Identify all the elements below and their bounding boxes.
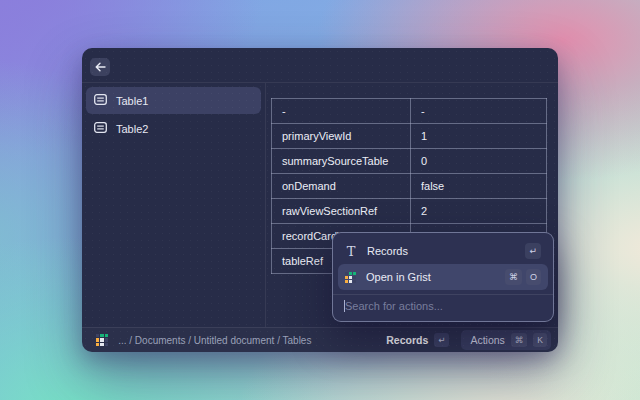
k-key-badge: K [533,333,547,347]
table-row[interactable]: primaryViewId1 [272,124,547,149]
records-label: Records [386,334,428,346]
enter-key-icon: ↵ [434,333,449,347]
table-icon [94,94,107,107]
palette-item-records[interactable]: T Records ↵ [338,238,548,264]
field-value-cell: - [411,99,547,124]
back-arrow-icon [95,58,106,76]
text-icon: T [345,244,357,259]
palette-item-open-in-grist[interactable]: Open in Grist ⌘ O [338,264,548,290]
status-bar: ... / Documents / Untitled document / Ta… [82,327,558,352]
actions-label: Actions [470,334,504,346]
table-row[interactable]: summarySourceTable0 [272,149,547,174]
records-shortcut-button[interactable]: Records ↵ [386,333,449,347]
grist-logo-icon [345,272,356,283]
sidebar-item-table2[interactable]: Table2 [86,115,261,142]
field-value-cell: 0 [411,149,547,174]
enter-key-icon: ↵ [525,243,541,259]
table-row[interactable]: rawViewSectionRef2 [272,199,547,224]
field-name-cell: summarySourceTable [272,149,411,174]
field-value-cell: 2 [411,199,547,224]
command-key-icon: ⌘ [505,269,522,285]
text-caret [344,300,345,312]
field-name-cell: - [272,99,411,124]
search-input[interactable] [345,300,541,312]
shortcut-keys: ↵ [525,243,541,259]
actions-shortcut-button[interactable]: Actions ⌘ K [461,330,551,350]
sidebar-item-label: Table1 [116,95,148,107]
shortcut-keys: ⌘ O [505,269,541,285]
field-name-cell: primaryViewId [272,124,411,149]
palette-search-row [333,294,553,316]
sidebar-item-label: Table2 [116,123,148,135]
o-key-badge: O [526,269,541,285]
sidebar-item-table1[interactable]: Table1 [86,87,261,114]
grist-logo-icon [96,334,108,346]
palette-item-label: Open in Grist [366,271,431,283]
field-value-cell: 1 [411,124,547,149]
table-icon [94,122,107,135]
breadcrumb[interactable]: ... / Documents / Untitled document / Ta… [118,335,378,346]
field-name-cell: rawViewSectionRef [272,199,411,224]
table-row[interactable]: onDemandfalse [272,174,547,199]
command-palette: T Records ↵ Open in Grist ⌘ O [332,232,554,322]
palette-item-label: Records [367,245,408,257]
back-button[interactable] [90,58,110,76]
sidebar: Table1 Table2 [82,83,266,327]
field-value-cell: false [411,174,547,199]
command-key-icon: ⌘ [511,333,528,347]
field-name-cell: onDemand [272,174,411,199]
window-header [82,48,558,83]
table-row[interactable]: -- [272,99,547,124]
